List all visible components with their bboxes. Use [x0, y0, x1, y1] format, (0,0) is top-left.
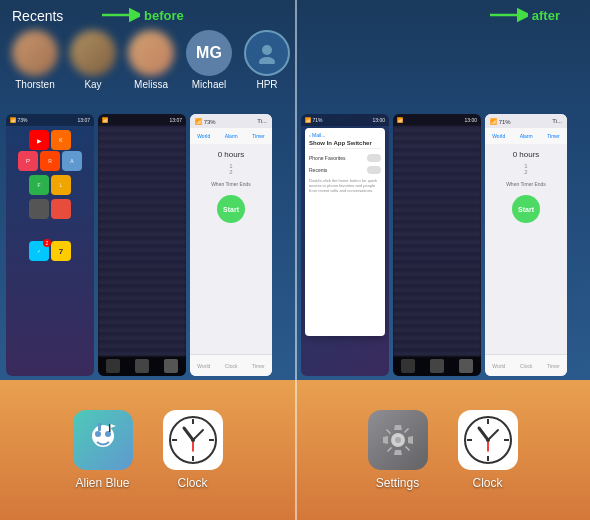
after-arrow-icon — [488, 6, 528, 24]
svg-point-19 — [191, 438, 195, 442]
app-grid-1: ▶ K P R A F L — [6, 126, 94, 265]
dock-item-alien-blue[interactable]: Alien Blue — [73, 410, 133, 490]
svg-point-22 — [395, 437, 401, 443]
clock-icon-left — [163, 410, 223, 470]
contact-michael[interactable]: MG Michael — [186, 30, 232, 90]
app-row-3: F L — [8, 175, 92, 195]
settings-icon — [368, 410, 428, 470]
phone-screen-5: 📶 13:00 — [393, 114, 481, 376]
phone-screen-4: 📶 71% 13:00 📷 H M 📝 — [301, 114, 389, 376]
avatar-kay — [70, 30, 116, 76]
app-seven[interactable]: 7 — [51, 241, 71, 261]
phone-2-dock — [98, 356, 186, 376]
timer-nav: World Alarm Timer — [190, 128, 272, 144]
app-licht[interactable]: L — [51, 175, 71, 195]
dock-label-clock-left: Clock — [177, 476, 207, 490]
alien-blue-svg — [83, 420, 123, 460]
svg-rect-9 — [109, 424, 111, 432]
app-feedly[interactable]: F — [29, 175, 49, 195]
timer-when-label-2: When Timer Ends — [506, 181, 546, 187]
app-misc-1[interactable] — [29, 199, 49, 219]
app-row-1: ▶ K — [8, 130, 92, 150]
svg-point-5 — [95, 431, 101, 437]
phone-1-content: 📶 73% 13:07 ▶ K P R A — [6, 114, 94, 376]
phone-4-content: 📶 71% 13:00 📷 H M 📝 — [301, 114, 389, 376]
app-misc-2[interactable] — [51, 199, 71, 219]
phone-screen-6: 📶 71% Ti... World Alarm Timer 0 hours 1 … — [485, 114, 567, 376]
dock-left: Alien Blue — [0, 380, 295, 520]
status-bar-2: 📶 13:07 — [98, 114, 186, 126]
divider — [295, 0, 297, 520]
dock-right: Settings Clock — [295, 380, 590, 520]
app-youtube[interactable]: ▶ — [29, 130, 49, 150]
app-kindle[interactable]: K — [51, 130, 71, 150]
settings-toggle-phone[interactable] — [367, 154, 381, 162]
phone-area-right: 📶 71% 13:00 📷 H M 📝 — [295, 110, 590, 380]
contact-name-thorsten: Thorsten — [15, 79, 54, 90]
dock-icon-6 — [459, 359, 473, 373]
phone-5-content: 📶 13:00 — [393, 114, 481, 376]
contact-kay[interactable]: Kay — [70, 30, 116, 90]
phone-screen-2: 📶 13:07 — [98, 114, 186, 376]
recents-row: Thorsten Kay Melissa MG Michael — [12, 30, 283, 90]
timer-status: 📶 73% Ti... — [190, 114, 272, 128]
settings-back[interactable]: ‹ Mail... — [309, 132, 381, 138]
person-icon — [256, 42, 278, 64]
app-row-4 — [8, 199, 92, 219]
timer-hours: 0 hours — [218, 150, 245, 159]
dock-icon-5 — [430, 359, 444, 373]
avatar-melissa — [128, 30, 174, 76]
phone-5-blur — [393, 126, 481, 356]
clock-svg-left — [168, 415, 218, 465]
contact-hpr[interactable]: HPR — [244, 30, 290, 90]
phone-screen-3: 📶 73% Ti... World Alarm Timer 0 hours 1 … — [190, 114, 272, 376]
alien-blue-icon — [73, 410, 133, 470]
timer-body-2: 0 hours 1 2 When Timer Ends Start — [485, 144, 567, 354]
app-alien-blue-small[interactable]: A — [62, 151, 82, 171]
settings-toggle-recents[interactable] — [367, 166, 381, 174]
dock-item-clock-left[interactable]: Clock — [163, 410, 223, 490]
timer-start-btn[interactable]: Start — [217, 195, 245, 223]
settings-phone-label: Phone Favorites — [309, 155, 345, 161]
avatar-hpr — [244, 30, 290, 76]
dock-item-clock-right[interactable]: Clock — [458, 410, 518, 490]
app-things-small[interactable]: ✓ 2 — [29, 241, 49, 261]
phone-5-dock — [393, 356, 481, 376]
contact-melissa[interactable]: Melissa — [128, 30, 174, 90]
contact-name-hpr: HPR — [256, 79, 277, 90]
settings-recents-label: Recents — [309, 167, 327, 173]
status-bar-4: 📶 71% 13:00 — [301, 114, 389, 126]
main-container: before after Recents Thorsten Kay — [0, 0, 590, 520]
dock-label-settings: Settings — [376, 476, 419, 490]
app-row-2: P R A — [8, 151, 92, 171]
settings-row-recents: Recents — [309, 164, 381, 176]
contact-name-kay: Kay — [84, 79, 101, 90]
timer-bottom-nav-2: World Clock Timer — [485, 354, 567, 376]
dock-label-clock-right: Clock — [472, 476, 502, 490]
timer-status-2: 📶 71% Ti... — [485, 114, 567, 128]
dock-icon-4 — [401, 359, 415, 373]
after-arrow-group: after — [488, 6, 560, 24]
contact-name-michael: Michael — [192, 79, 226, 90]
app-row-dock: ✓ 2 7 — [8, 241, 92, 261]
svg-point-8 — [97, 423, 101, 427]
timer-body: 0 hours 1 2 When Timer Ends Start — [190, 144, 272, 354]
status-bar-5: 📶 13:00 — [393, 114, 481, 126]
svg-point-2 — [262, 45, 272, 55]
app-pocket[interactable]: P — [18, 151, 38, 171]
phone-6-content: 📶 71% Ti... World Alarm Timer 0 hours 1 … — [485, 114, 567, 376]
settings-overlay: ‹ Mail... Show In App Switcher Phone Fav… — [305, 128, 385, 336]
dock-item-settings[interactable]: Settings — [368, 410, 428, 490]
settings-description: Double-click the home button for quick a… — [309, 178, 381, 194]
dock-icon-1 — [106, 359, 120, 373]
after-label: after — [532, 8, 560, 23]
app-reddit[interactable]: R — [40, 151, 60, 171]
dock-icon-2 — [135, 359, 149, 373]
timer-when-label: When Timer Ends — [211, 181, 251, 187]
settings-title: Show In App Switcher — [309, 140, 381, 149]
timer-nav-2: World Alarm Timer — [485, 128, 567, 144]
svg-point-31 — [486, 438, 490, 442]
timer-hours-2: 0 hours — [513, 150, 540, 159]
contact-thorsten[interactable]: Thorsten — [12, 30, 58, 90]
timer-start-btn-2[interactable]: Start — [512, 195, 540, 223]
